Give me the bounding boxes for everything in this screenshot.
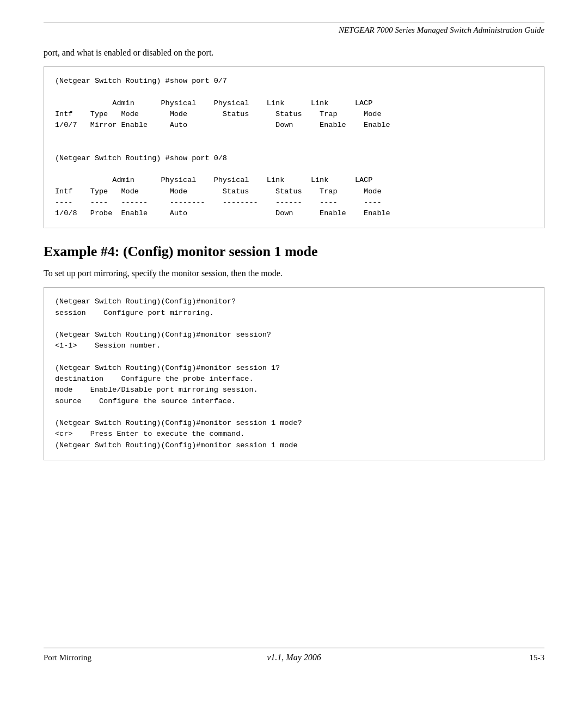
code-box-1-content: (Netgear Switch Routing) #show port 0/7 … <box>55 77 390 217</box>
intro-text: port, and what is enabled or disabled on… <box>44 48 544 58</box>
page-container: NETGEAR 7000 Series Managed Switch Admin… <box>0 0 588 706</box>
footer-left: Port Mirroring <box>44 653 125 662</box>
footer-right: 15-3 <box>463 653 544 662</box>
header-title: NETGEAR 7000 Series Managed Switch Admin… <box>44 26 544 35</box>
code-box-2: (Netgear Switch Routing)(Config)#monitor… <box>44 287 544 460</box>
code-box-1: (Netgear Switch Routing) #show port 0/7 … <box>44 66 544 228</box>
header-rule <box>44 22 544 22</box>
footer-rule <box>44 648 544 648</box>
section-heading: Example #4: (Config) monitor session 1 m… <box>44 244 544 260</box>
code-box-2-content: (Netgear Switch Routing)(Config)#monitor… <box>55 297 302 449</box>
section-intro: To set up port mirroring, specify the mo… <box>44 269 544 278</box>
footer: Port Mirroring v1.1, May 2006 15-3 <box>44 653 544 662</box>
footer-version: v1.1, May 2006 <box>267 653 321 662</box>
footer-center: v1.1, May 2006 <box>125 653 463 662</box>
